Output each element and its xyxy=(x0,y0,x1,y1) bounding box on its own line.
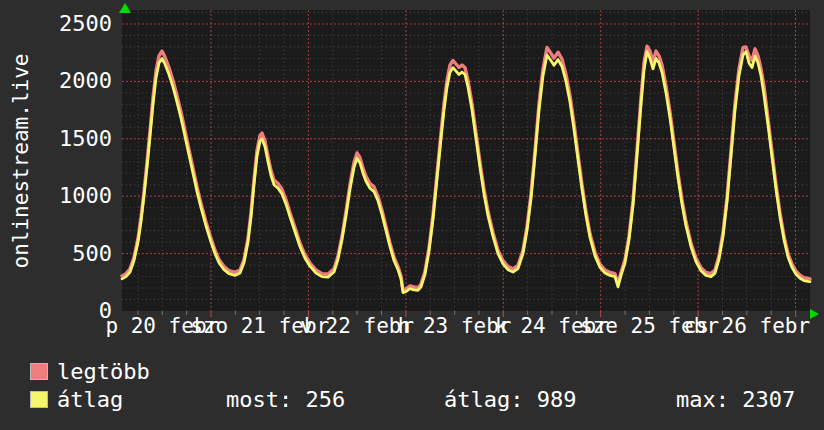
x-axis-arrow-icon xyxy=(810,309,819,319)
stat-most: most: 256 xyxy=(226,389,345,411)
y-tick-label: 2000 xyxy=(6,70,112,92)
legend-label-legtobb: legtöbb xyxy=(57,361,150,383)
y-tick-label: 1500 xyxy=(6,128,112,150)
y-tick-label: 0 xyxy=(6,300,112,322)
y-tick-label: 1000 xyxy=(6,185,112,207)
series-átlag xyxy=(122,52,810,293)
y-tick-label: 2500 xyxy=(6,13,112,35)
stat-max: max: 2307 xyxy=(676,389,795,411)
chart-canvas xyxy=(122,10,810,318)
plot-area xyxy=(122,10,810,311)
legend-swatch-legtobb xyxy=(30,363,48,380)
y-tick-label: 500 xyxy=(6,243,112,265)
x-tick-label: cs 26 febr xyxy=(684,315,810,337)
legend-label-atlag: átlag xyxy=(57,389,123,411)
y-axis-arrow-icon xyxy=(119,3,131,13)
stat-atlag: átlag: 989 xyxy=(444,389,576,411)
legend-swatch-atlag xyxy=(30,391,48,408)
rrd-graph-window: onlinestream.live 05001000150020002500 p… xyxy=(0,0,824,430)
